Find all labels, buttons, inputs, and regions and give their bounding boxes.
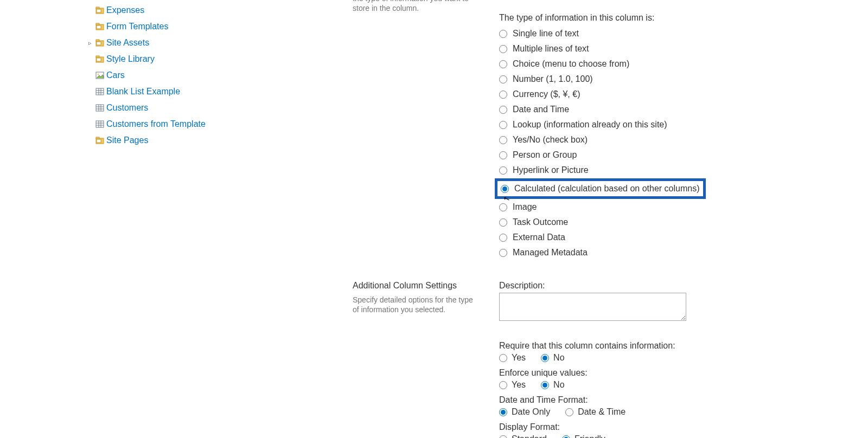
- svg-rect-22: [96, 105, 104, 111]
- tree-item: Cars: [76, 68, 282, 82]
- unique-label: Enforce unique values:: [499, 368, 841, 378]
- date-and-time-radio[interactable]: [565, 408, 573, 416]
- tree-link[interactable]: Customers from Template: [106, 117, 206, 131]
- column-type-label: External Data: [513, 231, 565, 244]
- column-type-radio[interactable]: [499, 75, 507, 83]
- column-settings-form: the type of information you want to stor…: [353, 0, 841, 438]
- svg-rect-11: [97, 42, 101, 45]
- tree-item: Site Pages: [76, 133, 282, 147]
- description-textarea[interactable]: [499, 293, 686, 321]
- svg-rect-5: [97, 9, 101, 12]
- tree-item: Blank List Example: [76, 85, 282, 99]
- column-type-label: Managed Metadata: [513, 246, 588, 259]
- column-type-label: Yes/No (check box): [513, 133, 588, 146]
- column-type-label: Task Outcome: [513, 216, 568, 229]
- column-type-radio[interactable]: [499, 234, 507, 242]
- navigation-tree: ▸DocumentsExpensesForm Templates▹Site As…: [76, 0, 282, 150]
- unique-no-label: No: [553, 380, 564, 390]
- tree-link[interactable]: Site Pages: [106, 133, 148, 147]
- require-no-radio[interactable]: [541, 354, 549, 362]
- folder-icon: [95, 22, 104, 31]
- svg-rect-27: [96, 121, 104, 127]
- friendly-radio[interactable]: [562, 435, 570, 439]
- column-type-label: Single line of text: [513, 27, 579, 40]
- folder-icon: [95, 38, 104, 47]
- tree-link[interactable]: Form Templates: [106, 20, 168, 34]
- tree-item: Style Library: [76, 52, 282, 66]
- date-and-time-label: Date & Time: [578, 407, 626, 417]
- unique-no-radio[interactable]: [541, 381, 549, 389]
- folder-icon: [95, 55, 104, 63]
- column-type-option: Person or Group: [499, 147, 841, 163]
- tree-link[interactable]: Site Assets: [106, 36, 149, 50]
- friendly-label: Friendly: [575, 434, 605, 438]
- require-options: Yes No: [499, 353, 841, 363]
- column-type-label: Multiple lines of text: [513, 42, 589, 55]
- require-no-label: No: [553, 353, 564, 363]
- column-type-option: Lookup (information already on this site…: [499, 117, 841, 132]
- column-type-radio[interactable]: [499, 91, 507, 99]
- tree-link[interactable]: Customers: [106, 101, 148, 115]
- standard-label: Standard: [512, 434, 547, 438]
- tree-expander-icon[interactable]: ▹: [87, 36, 93, 50]
- list-icon: [95, 120, 104, 128]
- folder-icon: [95, 6, 104, 15]
- svg-rect-13: [96, 56, 99, 57]
- unique-options: Yes No: [499, 380, 841, 390]
- tree-item: Form Templates: [76, 20, 282, 34]
- image-icon: [95, 71, 104, 80]
- column-type-option: Yes/No (check box): [499, 132, 841, 147]
- tree-item: ▸Documents: [76, 0, 282, 1]
- column-type-radio[interactable]: [499, 60, 507, 68]
- column-type-radio[interactable]: [499, 203, 507, 211]
- column-type-option: Choice (menu to choose from): [499, 56, 841, 72]
- tree-link[interactable]: Cars: [106, 68, 125, 82]
- date-only-label: Date Only: [512, 407, 550, 417]
- unique-yes-label: Yes: [512, 380, 526, 390]
- column-type-option: Task Outcome: [499, 215, 841, 230]
- tree-item: ▹Site Assets: [76, 36, 282, 50]
- description-label: Description:: [499, 281, 841, 291]
- column-type-radio[interactable]: [501, 185, 509, 193]
- standard-radio[interactable]: [499, 435, 507, 439]
- list-icon: [95, 104, 104, 112]
- svg-rect-34: [97, 139, 101, 143]
- column-type-label: Image: [513, 201, 537, 214]
- require-yes-radio[interactable]: [499, 354, 507, 362]
- tree-expander-icon[interactable]: ▸: [76, 0, 82, 1]
- svg-rect-10: [96, 40, 99, 41]
- tree-link[interactable]: Style Library: [106, 52, 155, 66]
- date-only-radio[interactable]: [499, 408, 507, 416]
- column-type-radio[interactable]: [499, 218, 507, 227]
- display-format-options: Standard Friendly: [499, 434, 841, 438]
- column-type-radio[interactable]: [499, 249, 507, 257]
- column-type-options: Single line of textMultiple lines of tex…: [499, 26, 841, 260]
- svg-rect-7: [96, 23, 99, 25]
- column-type-option: Date and Time: [499, 102, 841, 117]
- require-yes-label: Yes: [512, 353, 526, 363]
- require-label: Require that this column contains inform…: [499, 341, 841, 351]
- datetime-format-options: Date Only Date & Time: [499, 407, 841, 417]
- tree-item: Customers from Template: [76, 117, 282, 131]
- column-type-label: Currency ($, ¥, €): [513, 88, 580, 101]
- column-type-option: External Data: [499, 230, 841, 245]
- column-type-label: Calculated (calculation based on other c…: [514, 182, 700, 195]
- type-help-text: the type of information you want to stor…: [353, 0, 477, 13]
- column-type-radio[interactable]: [499, 151, 507, 159]
- svg-point-16: [98, 74, 99, 75]
- tree-link[interactable]: Documents: [95, 0, 139, 1]
- column-type-option: Calculated (calculation based on other c…: [499, 178, 841, 199]
- column-type-label: Hyperlink or Picture: [513, 164, 589, 177]
- column-type-radio[interactable]: [499, 45, 507, 53]
- unique-yes-radio[interactable]: [499, 381, 507, 389]
- tree-link[interactable]: Expenses: [106, 3, 144, 17]
- tree-link[interactable]: Blank List Example: [106, 85, 180, 99]
- column-type-label: Date and Time: [513, 103, 569, 116]
- column-type-radio[interactable]: [499, 106, 507, 114]
- column-type-radio[interactable]: [499, 166, 507, 175]
- folder-icon: [95, 136, 104, 145]
- column-type-option: Image: [499, 199, 841, 215]
- column-type-radio[interactable]: [499, 30, 507, 38]
- column-type-radio[interactable]: [499, 121, 507, 129]
- column-type-radio[interactable]: [499, 136, 507, 144]
